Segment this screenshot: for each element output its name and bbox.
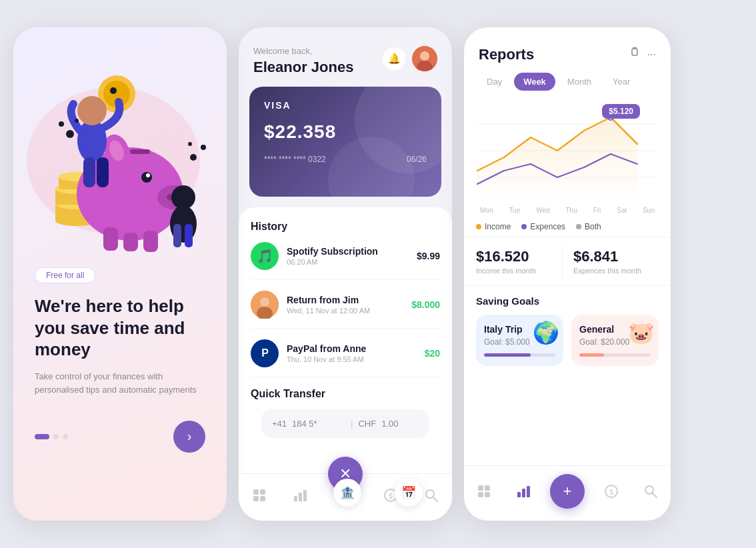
legend-income[interactable]: Income <box>476 222 511 231</box>
general-progress-bg <box>579 353 651 357</box>
card-number: **** **** **** 0322 <box>264 155 326 164</box>
card1-description: Take control of your finances with perso… <box>35 370 205 397</box>
svg-rect-47 <box>294 496 297 501</box>
both-dot <box>576 224 581 229</box>
history-item: P PayPal from Anne Thu, 10 Nov at 9:55 A… <box>251 339 440 377</box>
svg-point-41 <box>260 297 269 307</box>
goals-section: Saving Goals 🌍 Italy Trip Goal: $5.000 🐷… <box>464 286 671 375</box>
goals-title: Saving Goals <box>476 295 659 307</box>
svg-rect-63 <box>485 485 490 491</box>
chart-nav-r[interactable] <box>510 478 537 505</box>
calendar-icon-button[interactable]: 📅 <box>395 479 423 507</box>
chart-nav-button[interactable] <box>287 482 313 509</box>
tab-month[interactable]: Month <box>558 73 601 91</box>
reports-title: Reports <box>479 46 534 63</box>
tab-year[interactable]: Year <box>603 73 639 91</box>
chart-icon <box>293 488 307 503</box>
svg-point-24 <box>77 96 107 125</box>
general-goal-card[interactable]: 🐷 General Goal: $20.000 <box>571 315 659 366</box>
svg-rect-45 <box>253 496 259 501</box>
tab-week[interactable]: Week <box>514 73 555 91</box>
income-label: Income <box>485 222 511 231</box>
header-icons: 🔔 <box>383 46 437 71</box>
reports-bottom-nav: + $ <box>464 465 671 521</box>
reports-actions: ··· <box>629 47 656 62</box>
income-value: $16.520 <box>476 248 555 265</box>
chart-labels: Mon Tue Wed Thu Fri Sat Sun <box>475 204 660 214</box>
svg-point-33 <box>75 119 79 123</box>
bank-icon-button[interactable]: 🏦 <box>333 479 361 507</box>
search-nav-r[interactable] <box>637 478 664 505</box>
line-chart: $5.120 <box>475 97 660 204</box>
svg-rect-67 <box>522 489 525 497</box>
jim-name: Return from Jim <box>287 295 403 305</box>
card-amount: $22.358 <box>264 121 427 143</box>
pagination-dots <box>35 434 68 439</box>
illustration-area <box>13 27 227 267</box>
italy-trip-card[interactable]: 🌍 Italy Trip Goal: $5.000 <box>476 315 563 366</box>
expense-stat: $6.841 Expences this month <box>562 244 659 279</box>
more-options-button[interactable]: ··· <box>647 49 656 61</box>
user-avatar[interactable] <box>412 46 437 71</box>
history-item: Return from Jim Wed, 11 Nov at 12:00 AM … <box>251 291 440 329</box>
svg-rect-19 <box>130 149 150 154</box>
chart-legend: Income Expences Both <box>464 217 671 237</box>
svg-rect-64 <box>478 492 483 497</box>
goals-row: 🌍 Italy Trip Goal: $5.000 🐷 General Goal… <box>476 315 659 366</box>
svg-rect-30 <box>185 224 193 247</box>
phone-input[interactable] <box>292 419 345 429</box>
legend-expenses[interactable]: Expences <box>521 222 565 231</box>
paypal-info: PayPal from Anne Thu, 10 Nov at 9:55 AM <box>287 343 417 363</box>
svg-marker-59 <box>477 117 637 201</box>
reports-header: Reports ··· <box>464 27 671 70</box>
notification-button[interactable]: 🔔 <box>383 47 405 70</box>
general-progress-fill <box>579 353 604 357</box>
dollar-icon-r: $ <box>604 484 619 499</box>
share-button[interactable] <box>629 47 641 62</box>
reports-card: Reports ··· Day Week Month Year <box>464 27 671 521</box>
income-dot <box>476 224 481 229</box>
dollar-nav-r[interactable]: $ <box>598 478 625 505</box>
general-emoji: 🐷 <box>628 320 655 345</box>
expenses-label: Expences <box>530 222 565 231</box>
person-icon <box>251 291 279 319</box>
free-badge: Free for all <box>35 267 95 283</box>
svg-rect-25 <box>83 157 95 187</box>
legend-both[interactable]: Both <box>576 222 601 231</box>
svg-point-22 <box>110 87 117 94</box>
search-icon <box>424 488 439 503</box>
label-fri: Fri <box>593 207 601 214</box>
fab-r[interactable]: + <box>550 474 585 509</box>
dot-2 <box>53 434 59 439</box>
svg-point-31 <box>66 130 74 138</box>
label-tue: Tue <box>509 207 520 214</box>
quick-transfer-title: Quick Transfer <box>251 388 440 400</box>
italy-progress-bg <box>484 353 555 357</box>
tab-day[interactable]: Day <box>477 73 511 91</box>
tabs-row: Day Week Month Year <box>464 70 671 97</box>
chart-tooltip: $5.120 <box>602 104 640 119</box>
grid-nav-button[interactable] <box>246 482 273 509</box>
svg-rect-54 <box>632 49 637 55</box>
svg-point-15 <box>146 173 150 177</box>
svg-point-38 <box>420 51 429 61</box>
amount-input[interactable] <box>381 419 435 429</box>
next-button[interactable]: › <box>173 421 205 453</box>
spotify-time: 06:20 AM <box>287 258 409 266</box>
spotify-name: Spotify Subscription <box>287 246 409 257</box>
share-icon <box>629 47 641 59</box>
card1-content: Free for all We're here to help you save… <box>13 267 227 453</box>
grid-nav-r[interactable] <box>471 478 497 505</box>
svg-rect-48 <box>299 493 302 501</box>
dot-1 <box>35 434 49 439</box>
expense-value: $6.841 <box>573 248 652 265</box>
income-stat: $16.520 Income this month <box>476 244 561 279</box>
transfer-inputs: +41 | CHF <box>272 419 419 429</box>
svg-rect-17 <box>123 233 138 251</box>
user-name: Eleanor Jones <box>253 59 353 76</box>
income-stat-label: Income this month <box>476 267 555 275</box>
svg-rect-18 <box>143 231 158 252</box>
jim-info: Return from Jim Wed, 11 Nov at 12:00 AM <box>287 295 403 315</box>
svg-rect-29 <box>173 224 181 247</box>
svg-rect-43 <box>253 489 259 495</box>
